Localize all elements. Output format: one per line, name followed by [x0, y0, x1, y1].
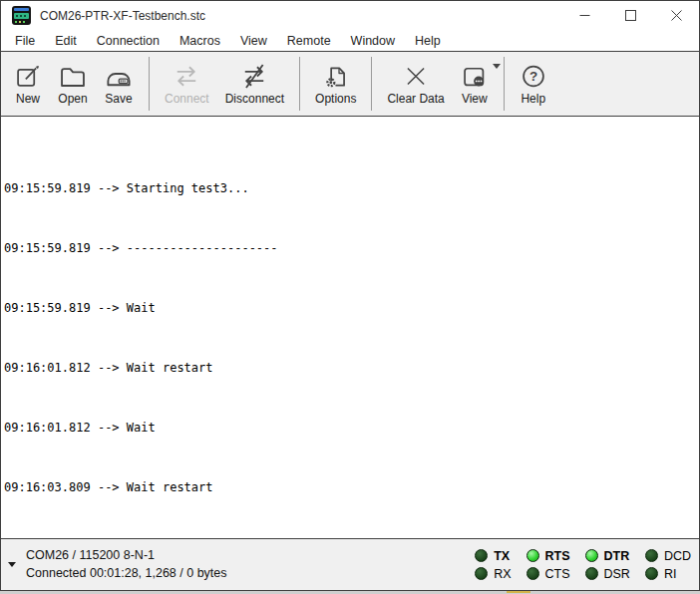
- menu-item[interactable]: Help: [405, 32, 451, 50]
- led-light: [526, 567, 539, 580]
- led-indicator: TX: [475, 549, 511, 563]
- signal-led-panel: TX RX RTS CTS DT: [475, 547, 691, 583]
- led-label: RX: [494, 567, 511, 581]
- title-bar: COM26-PTR-XF-Testbench.stc: [1, 1, 699, 30]
- open-button[interactable]: Open: [50, 60, 96, 108]
- menu-item[interactable]: Window: [341, 32, 405, 50]
- toolbar-separator: [371, 57, 372, 111]
- led-indicator: CTS: [526, 567, 570, 581]
- clear-data-button[interactable]: Clear Data: [379, 60, 452, 108]
- help-icon: ?: [520, 62, 547, 91]
- clear-x-icon: [402, 62, 430, 91]
- taskbar-sliver: [507, 591, 530, 593]
- log-line: 09:16:01.812 --> Wait restart: [4, 361, 699, 376]
- toolbar-separator: [149, 57, 150, 111]
- led-label: TX: [494, 549, 510, 563]
- close-button[interactable]: [653, 1, 699, 30]
- status-menu-caret-icon[interactable]: [8, 562, 16, 567]
- status-connection-info: Connected 00:01:28, 1,268 / 0 bytes: [26, 565, 227, 583]
- menu-item[interactable]: File: [5, 32, 45, 50]
- terminal-log[interactable]: 09:15:59.819 --> Starting test3... 09:15…: [1, 117, 699, 538]
- view-button[interactable]: View: [453, 60, 497, 108]
- log-line: 09:15:59.819 --> Wait: [4, 301, 699, 316]
- led-label: DSR: [604, 567, 630, 581]
- toolbar-separator: [504, 57, 505, 111]
- led-light: [585, 549, 598, 562]
- maximize-button[interactable]: [607, 1, 653, 30]
- led-indicator: RI: [645, 567, 691, 581]
- led-label: DTR: [604, 549, 630, 563]
- menu-item[interactable]: Macros: [170, 32, 230, 50]
- app-window: COM26-PTR-XF-Testbench.stc File Edit Con…: [0, 0, 700, 591]
- log-line: 09:15:59.819 --> Starting test3...: [4, 181, 699, 196]
- menu-item[interactable]: View: [230, 32, 277, 50]
- status-port-info: COM26 / 115200 8-N-1: [26, 547, 227, 565]
- menu-item[interactable]: Connection: [87, 32, 170, 50]
- led-light: [526, 549, 539, 562]
- new-icon: [14, 62, 42, 91]
- disconnect-icon: [239, 62, 269, 91]
- view-dropdown-caret-icon: [493, 64, 501, 69]
- window-title: COM26-PTR-XF-Testbench.stc: [40, 9, 205, 23]
- caption-buttons: [561, 1, 699, 30]
- help-button[interactable]: ? Help: [512, 60, 555, 108]
- close-icon: [671, 10, 682, 21]
- new-button[interactable]: New: [6, 60, 50, 108]
- led-label: DCD: [664, 549, 691, 563]
- status-bar: COM26 / 115200 8-N-1 Connected 00:01:28,…: [1, 538, 699, 590]
- app-icon: [12, 6, 31, 25]
- led-indicator: DTR: [585, 549, 630, 563]
- minimize-icon: [579, 10, 590, 21]
- save-drive-icon: [104, 62, 134, 91]
- led-label: CTS: [545, 567, 570, 581]
- disconnect-button[interactable]: Disconnect: [217, 60, 292, 108]
- log-line: 09:16:03.809 --> Wait restart: [4, 480, 699, 495]
- menu-item[interactable]: Edit: [45, 32, 87, 50]
- led-light: [475, 567, 488, 580]
- log-line: 09:15:59.819 --> ---------------------: [4, 241, 699, 256]
- minimize-button[interactable]: [561, 1, 607, 30]
- options-gear-page-icon: [322, 62, 350, 91]
- connect-icon: [172, 62, 201, 91]
- options-button[interactable]: Options: [307, 60, 364, 108]
- status-text: COM26 / 115200 8-N-1 Connected 00:01:28,…: [26, 547, 227, 582]
- toolbar: New Open Save Connect: [1, 51, 699, 117]
- led-indicator: DSR: [585, 567, 630, 581]
- led-label: RTS: [545, 549, 570, 563]
- led-indicator: RX: [475, 567, 511, 581]
- connect-button: Connect: [157, 60, 217, 108]
- menu-item[interactable]: Remote: [277, 32, 341, 50]
- led-indicator: RTS: [526, 549, 570, 563]
- led-indicator: DCD: [645, 549, 691, 563]
- led-light: [475, 549, 488, 562]
- led-label: RI: [664, 567, 677, 581]
- menu-bar: File Edit Connection Macros View Remote …: [1, 30, 699, 51]
- view-window-icon: [461, 62, 489, 91]
- maximize-icon: [625, 10, 636, 21]
- log-line: 09:16:01.812 --> Wait: [4, 421, 699, 436]
- save-button[interactable]: Save: [96, 60, 142, 108]
- led-light: [645, 549, 658, 562]
- open-folder-icon: [58, 62, 88, 91]
- svg-text:?: ?: [529, 69, 537, 84]
- toolbar-separator: [299, 57, 300, 111]
- led-light: [645, 567, 658, 580]
- led-light: [585, 567, 598, 580]
